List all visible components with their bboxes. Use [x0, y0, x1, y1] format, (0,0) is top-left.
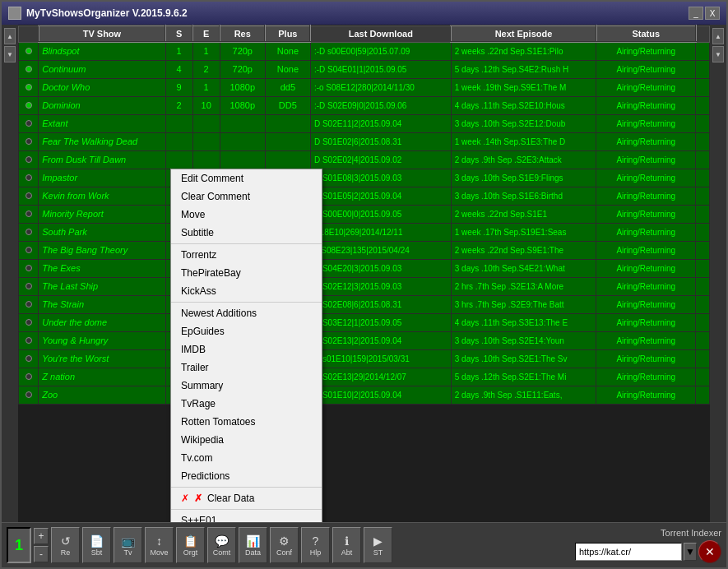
table-row[interactable]: Minority ReportD S00E00|0|2015.09.052 we…: [19, 205, 710, 223]
menu-torrentz[interactable]: Torrentz: [171, 246, 322, 264]
move-icon: ↕: [156, 534, 162, 548]
right-scroll-down[interactable]: ▼: [712, 46, 724, 62]
col-plus[interactable]: Plus: [265, 25, 310, 42]
row-res: [220, 132, 265, 150]
row-indicator: [19, 78, 39, 96]
close-button[interactable]: X: [705, 7, 720, 20]
menu-newest-additions[interactable]: Newest Additions: [171, 304, 322, 322]
about-button[interactable]: ℹ Abt: [332, 527, 361, 563]
table-row[interactable]: ZooD S01E10|2|2015.09.042 days .9th Sep …: [19, 386, 710, 404]
menu-tvcom[interactable]: Tv.com: [171, 449, 322, 467]
table-row[interactable]: From Dusk Till DawnD S02E02|4|2015.09.02…: [19, 150, 710, 169]
close-round-button[interactable]: ✕: [698, 540, 721, 563]
data-label: Data: [245, 548, 261, 557]
menu-epguides[interactable]: EpGuides: [171, 322, 322, 340]
row-scroll: [696, 114, 710, 132]
menu-clear-data[interactable]: ✗ Clear Data: [171, 489, 322, 507]
row-scroll: [696, 78, 710, 96]
row-last-download: D S01E02|6|2015.08.31: [310, 132, 451, 150]
col-nextepisode[interactable]: Next Episode: [451, 25, 596, 42]
subtitle-button[interactable]: 📄 Sbt: [82, 527, 111, 563]
table-row[interactable]: Doctor Who911080pdd5:-o S08E12|280|2014/…: [19, 78, 710, 96]
start-button[interactable]: ▶ ST: [364, 527, 392, 563]
table-row[interactable]: Blindspot11720pNone:-D s00E00|59|2015.07…: [19, 42, 710, 60]
table-row[interactable]: ExtantD S02E11|2|2015.09.043 days .10th …: [19, 114, 710, 132]
col-tvshow[interactable]: TV Show: [39, 25, 165, 42]
table-row[interactable]: The Last ShipD S02E12|3|2015.09.032 hrs …: [19, 277, 710, 295]
col-e[interactable]: E: [192, 25, 220, 42]
row-indicator: [19, 96, 39, 114]
left-scroll-down[interactable]: ▼: [4, 46, 16, 62]
help-button[interactable]: ? Hlp: [301, 527, 330, 563]
menu-imdb[interactable]: IMDB: [171, 340, 322, 359]
row-scroll: [696, 259, 710, 277]
row-indicator: [19, 60, 39, 78]
col-status[interactable]: Status: [596, 25, 696, 42]
menu-clear-comment[interactable]: Clear Comment: [171, 187, 322, 206]
row-next-episode: 5 days .12th Sep.S4E2:Rush H: [451, 60, 596, 78]
row-last-download: D S01E05|2|2015.09.04: [310, 187, 451, 205]
data-button[interactable]: 📊 Data: [239, 527, 267, 563]
menu-rotten-tomatoes[interactable]: Rotten Tomatoes: [171, 413, 322, 431]
menu-tvrage[interactable]: TvRage: [171, 395, 322, 413]
menu-subtitle[interactable]: Subtitle: [171, 224, 322, 242]
table-row[interactable]: You're the WorstD s01E10|159|2015/03/313…: [19, 349, 710, 368]
row-show-name: Blindspot: [39, 42, 165, 60]
row-last-download: D S01E08|3|2015.09.03: [310, 169, 451, 187]
table-row[interactable]: The ExesD S04E20|3|2015.09.033 days .10t…: [19, 259, 710, 277]
left-scroll-up[interactable]: ▲: [4, 28, 16, 44]
menu-edit-comment[interactable]: Edit Comment: [171, 169, 322, 187]
table-row[interactable]: Dominion2101080pDD5:-D S02E09|0|2015.09.…: [19, 96, 710, 114]
row-last-download: D S00E00|0|2015.09.05: [310, 205, 451, 223]
minimize-button[interactable]: _: [689, 7, 703, 20]
col-res[interactable]: Res: [220, 25, 265, 42]
row-show-name: Extant: [39, 114, 165, 132]
menu-predictions[interactable]: Predictions: [171, 467, 322, 485]
page-plus-button[interactable]: +: [34, 528, 49, 544]
row-next-episode: 3 days .10th Sep.S2E12:Doub: [451, 114, 596, 132]
tv-button[interactable]: 📺 Tv: [114, 527, 142, 563]
table-row[interactable]: Young & HungryD S02E13|2|2015.09.043 day…: [19, 331, 710, 349]
row-scroll: [696, 150, 710, 169]
table-row[interactable]: Fear The Walking DeadD S01E02|6|2015.08.…: [19, 132, 710, 150]
menu-trailer[interactable]: Trailer: [171, 359, 322, 377]
row-status: Airing/Returning: [596, 259, 696, 277]
row-e: 2: [192, 60, 220, 78]
separator-1: [171, 243, 322, 244]
table-row[interactable]: The Big Bang Theoryo S08E23|135|2015/04/…: [19, 241, 710, 259]
table-row[interactable]: ImpastorD S01E08|3|2015.09.033 days .10t…: [19, 169, 710, 187]
table-row[interactable]: Under the domeD S03E12|1|2015.09.054 day…: [19, 313, 710, 331]
move-button[interactable]: ↕ Move: [145, 527, 174, 563]
table-row[interactable]: The StrainD S02E08|6|2015.08.313 hrs .7t…: [19, 295, 710, 313]
torrent-dropdown-button[interactable]: ▼: [684, 543, 697, 561]
table-row[interactable]: South ParkS18E10|269|2014/12/111 week .1…: [19, 223, 710, 241]
row-e: [192, 132, 220, 150]
organize-icon: 📋: [183, 534, 197, 548]
menu-summary[interactable]: Summary: [171, 377, 322, 395]
refresh-button[interactable]: ↺ Re: [51, 527, 80, 563]
table-row[interactable]: Z nationD S02E13|29|2014/12/075 days .12…: [19, 368, 710, 386]
row-next-episode: 2 weeks .22nd Sep.S9E1:The: [451, 241, 596, 259]
menu-spplusplus-e01[interactable]: S++E01: [171, 511, 322, 522]
menu-thepiratebay[interactable]: ThePirateBay: [171, 264, 322, 282]
right-scroll-up[interactable]: ▲: [712, 28, 724, 44]
row-scroll: [696, 42, 710, 60]
row-last-download: D S01E10|2|2015.09.04: [310, 386, 451, 404]
menu-move[interactable]: Move: [171, 206, 322, 224]
menu-kickass[interactable]: KickAss: [171, 282, 322, 300]
menu-wikipedia[interactable]: Wikipedia: [171, 431, 322, 449]
page-minus-button[interactable]: -: [34, 546, 49, 562]
row-last-download: D S02E02|4|2015.09.02: [310, 150, 451, 169]
table-row[interactable]: Continuum42720pNone:-D S04E01|1|2015.09.…: [19, 60, 710, 78]
organize-button[interactable]: 📋 Orgt: [176, 527, 205, 563]
col-s[interactable]: S: [165, 25, 192, 42]
comment-button[interactable]: 💬 Comt: [207, 527, 236, 563]
torrent-url-input[interactable]: [575, 543, 682, 561]
row-show-name: The Last Ship: [39, 277, 165, 295]
config-button[interactable]: ⚙ Conf: [270, 527, 299, 563]
start-label: ST: [373, 548, 383, 557]
row-show-name: Under the dome: [39, 313, 165, 331]
col-lastdownload[interactable]: Last Download: [310, 25, 451, 42]
table-row[interactable]: Kevin from WorkD S01E05|2|2015.09.043 da…: [19, 187, 710, 205]
row-status: Airing/Returning: [596, 349, 696, 368]
